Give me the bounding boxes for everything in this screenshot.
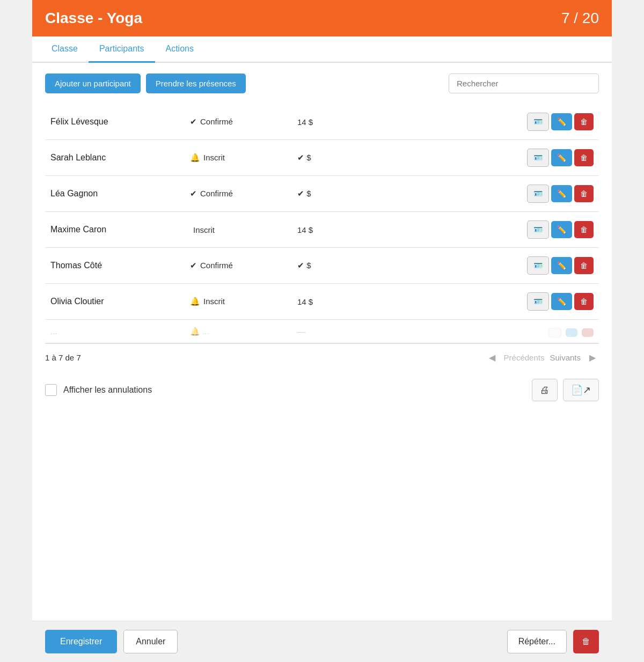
check-icon: ✔: [190, 117, 197, 126]
main-content: Ajouter un participant Prendre les prése…: [32, 63, 612, 621]
id-card-icon: 🪪: [533, 297, 543, 306]
trash-icon: 🗑: [580, 189, 588, 198]
pagination-info: 1 à 7 de 7: [45, 353, 81, 362]
status-text: Inscrit: [203, 297, 225, 306]
edit-icon: ✏️: [557, 261, 566, 270]
trash-icon: 🗑: [582, 637, 590, 646]
table-row: Maxime CaronInscrit14 $🪪✏️🗑: [45, 212, 599, 248]
delete-button[interactable]: 🗑: [574, 293, 594, 310]
partial-edit-btn[interactable]: [566, 328, 577, 337]
trash-icon: 🗑: [580, 261, 588, 270]
partial-delete-btn[interactable]: [582, 328, 594, 337]
delete-button[interactable]: 🗑: [574, 221, 594, 238]
participant-name: Thomas Côté: [45, 248, 185, 284]
view-card-button[interactable]: 🪪: [527, 220, 549, 239]
search-input[interactable]: [449, 73, 599, 93]
table-row: Thomas Côté✔Confirmé✔ $🪪✏️🗑: [45, 248, 599, 284]
partial-row: ... 🔔 ... —: [45, 320, 599, 343]
header-title: Classe - Yoga: [45, 10, 142, 27]
participant-actions: 🪪✏️🗑: [346, 212, 599, 248]
delete-button[interactable]: 🗑: [574, 149, 594, 166]
tab-classe[interactable]: Classe: [41, 36, 89, 63]
participant-actions: 🪪✏️🗑: [346, 176, 599, 212]
participant-status: 🔔Inscrit: [185, 284, 292, 320]
partial-card-btn[interactable]: [548, 328, 561, 337]
id-card-icon: 🪪: [533, 117, 543, 126]
prev-label[interactable]: Précédents: [504, 353, 545, 362]
view-card-button[interactable]: 🪪: [527, 292, 549, 311]
app-header: Classe - Yoga 7 / 20: [32, 0, 612, 36]
show-cancellations-row: Afficher les annulations 🖨 📄↗: [45, 369, 599, 411]
header-count: 7 / 20: [561, 10, 599, 27]
delete-button[interactable]: 🗑: [574, 257, 594, 274]
next-label[interactable]: Suivants: [550, 353, 581, 362]
participant-name: Félix Lévesque: [45, 104, 185, 140]
edit-button[interactable]: ✏️: [551, 293, 572, 310]
cancel-button[interactable]: Annuler: [123, 630, 178, 653]
participant-name: Maxime Caron: [45, 212, 185, 248]
edit-button[interactable]: ✏️: [551, 113, 572, 130]
partial-row-table: ... 🔔 ... —: [45, 320, 599, 343]
check-icon: ✔: [190, 189, 197, 198]
delete-button[interactable]: 🗑: [574, 185, 594, 202]
next-button[interactable]: ▶: [586, 350, 599, 365]
status-text: Confirmé: [200, 189, 233, 198]
trash-icon: 🗑: [580, 225, 588, 234]
show-cancellations-checkbox[interactable]: [45, 384, 57, 396]
id-card-icon: 🪪: [533, 261, 543, 270]
edit-button[interactable]: ✏️: [551, 221, 572, 238]
table-row: Félix Lévesque✔Confirmé14 $🪪✏️🗑: [45, 104, 599, 140]
participant-price: ✔ $: [292, 248, 346, 284]
pagination: 1 à 7 de 7 ◀ Précédents Suivants ▶: [45, 343, 599, 369]
participant-status: ✔Confirmé: [185, 176, 292, 212]
repeat-button[interactable]: Répéter...: [507, 630, 567, 653]
save-button[interactable]: Enregistrer: [45, 630, 117, 653]
export-buttons: 🖨 📄↗: [532, 379, 599, 401]
footer-delete-button[interactable]: 🗑: [573, 630, 599, 653]
participant-actions: 🪪✏️🗑: [346, 140, 599, 176]
trash-icon: 🗑: [580, 153, 588, 162]
table-row: Léa Gagnon✔Confirmé✔ $🪪✏️🗑: [45, 176, 599, 212]
participant-status: ✔Confirmé: [185, 248, 292, 284]
toolbar: Ajouter un participant Prendre les prése…: [45, 73, 599, 93]
edit-icon: ✏️: [557, 153, 566, 162]
table-row: Olivia Cloutier🔔Inscrit14 $🪪✏️🗑: [45, 284, 599, 320]
status-text: Confirmé: [200, 261, 233, 270]
view-card-button[interactable]: 🪪: [527, 113, 549, 131]
bell-icon: 🔔: [190, 153, 200, 162]
edit-icon: ✏️: [557, 297, 566, 306]
edit-icon: ✏️: [557, 117, 566, 126]
tab-actions[interactable]: Actions: [155, 36, 204, 63]
participant-actions: 🪪✏️🗑: [346, 104, 599, 140]
edit-button[interactable]: ✏️: [551, 185, 572, 202]
view-card-button[interactable]: 🪪: [527, 256, 549, 275]
table-row: Sarah Leblanc🔔Inscrit✔ $🪪✏️🗑: [45, 140, 599, 176]
status-text: Inscrit: [193, 225, 215, 234]
share-icon: 📄↗: [571, 385, 591, 395]
print-icon: 🖨: [540, 385, 550, 395]
tab-participants[interactable]: Participants: [89, 36, 155, 63]
participant-actions: 🪪✏️🗑: [346, 248, 599, 284]
id-card-icon: 🪪: [533, 189, 543, 198]
id-card-icon: 🪪: [533, 225, 543, 234]
edit-button[interactable]: ✏️: [551, 149, 572, 166]
take-attendance-button[interactable]: Prendre les présences: [146, 73, 246, 93]
status-text: Confirmé: [200, 117, 233, 126]
participant-name: Olivia Cloutier: [45, 284, 185, 320]
add-participant-button[interactable]: Ajouter un participant: [45, 73, 141, 93]
participant-status: ✔Confirmé: [185, 104, 292, 140]
view-card-button[interactable]: 🪪: [527, 149, 549, 167]
edit-icon: ✏️: [557, 189, 566, 198]
export-button[interactable]: 📄↗: [563, 379, 599, 401]
prev-button[interactable]: ◀: [486, 350, 499, 365]
edit-button[interactable]: ✏️: [551, 257, 572, 274]
participant-status: 🔔Inscrit: [185, 140, 292, 176]
view-card-button[interactable]: 🪪: [527, 185, 549, 203]
participant-price: ✔ $: [292, 176, 346, 212]
participant-actions: 🪪✏️🗑: [346, 284, 599, 320]
print-button[interactable]: 🖨: [532, 379, 558, 401]
participant-price: 14 $: [292, 104, 346, 140]
trash-icon: 🗑: [580, 117, 588, 126]
delete-button[interactable]: 🗑: [574, 113, 594, 130]
status-text: Inscrit: [203, 153, 225, 162]
